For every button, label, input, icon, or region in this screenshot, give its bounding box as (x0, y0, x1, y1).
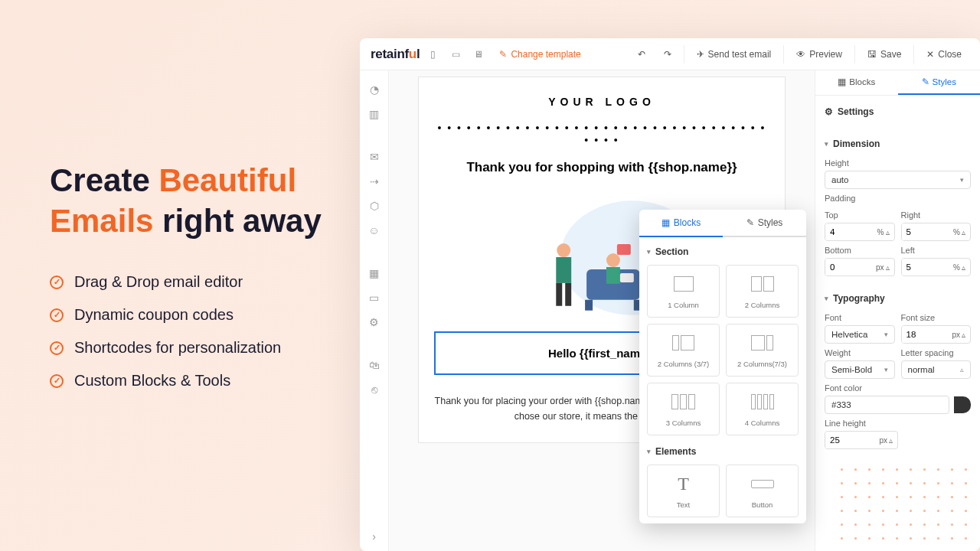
block-3-columns[interactable]: 3 Columns (647, 383, 720, 435)
dimension-header[interactable]: ▾Dimension (825, 134, 971, 154)
preview-button[interactable]: 👁 Preview (789, 44, 850, 64)
email-logo[interactable]: YOUR LOGO (434, 96, 769, 108)
panel-tab-styles[interactable]: ✎ Styles (898, 70, 981, 95)
panel-tab-blocks[interactable]: ▦ Blocks (815, 70, 898, 95)
block-2-columns-37[interactable]: 2 Columns (3/7) (647, 324, 720, 377)
nav-logout-icon[interactable]: ⎋ (364, 380, 384, 399)
weight-select[interactable]: Semi-Bold▾ (825, 360, 895, 379)
block-2-columns[interactable]: 2 Columns (726, 265, 799, 318)
nav-coupon-icon[interactable]: ⬡ (364, 196, 384, 216)
undo-button[interactable]: ↶ (630, 44, 653, 64)
feature-list: Drag & Drop email editor Dynamic coupon … (50, 273, 356, 390)
element-text[interactable]: TText (647, 465, 720, 517)
block-4-columns[interactable]: 4 Columns (726, 383, 799, 435)
fontcolor-input[interactable]: #333 (825, 396, 949, 414)
check-icon (50, 276, 64, 289)
nav-shop-icon[interactable]: 🛍 (364, 355, 384, 375)
block-1-column[interactable]: 1 Column (647, 265, 720, 318)
device-desktop-icon[interactable]: 🖥 (469, 44, 488, 64)
svg-rect-10 (565, 283, 571, 306)
redo-button[interactable]: ↷ (656, 44, 679, 64)
chevron-down-icon: ▾ (647, 248, 651, 256)
padding-bottom-input[interactable]: px▵ (825, 258, 895, 276)
svg-rect-5 (606, 267, 620, 284)
nav-apps-icon[interactable]: ▦ (364, 263, 384, 283)
letterspacing-select[interactable]: normal▵ (901, 360, 972, 379)
chevron-down-icon: ▾ (825, 295, 828, 302)
chevron-down-icon: ▾ (825, 140, 828, 148)
check-icon (50, 308, 64, 322)
elements-group-header[interactable]: ▾Elements (647, 443, 799, 460)
nav-collapse-icon[interactable]: › (364, 527, 384, 546)
svg-rect-9 (556, 283, 562, 306)
lineheight-input[interactable]: px▵ (825, 431, 898, 449)
settings-header[interactable]: ⚙Settings (825, 102, 971, 122)
svg-rect-23 (617, 244, 631, 255)
section-group-header[interactable]: ▾Section (647, 243, 799, 260)
send-test-button[interactable]: ✈ Send test email (689, 44, 779, 64)
nav-card-icon[interactable]: ▭ (364, 288, 384, 308)
nav-settings-icon[interactable]: ⚙ (364, 312, 384, 332)
left-nav: ◔ ▥ ✉ ⇢ ⬡ ☺ ▦ ▭ ⚙ 🛍 ⎋ › (360, 70, 389, 551)
padding-label: Padding (825, 194, 971, 203)
nav-mail-icon[interactable]: ✉ (364, 147, 384, 167)
save-button[interactable]: 🖫 Save (860, 44, 909, 64)
padding-left-input[interactable]: %▵ (901, 258, 972, 276)
change-template-button[interactable]: ✎ Change template (492, 44, 588, 64)
nav-flow-icon[interactable]: ⇢ (364, 171, 384, 191)
block-2-columns-73[interactable]: 2 Columns(7/3) (726, 324, 799, 377)
topbar: retainful ▯ ▭ 🖥 ✎ Change template ↶ ↷ ✈ … (360, 38, 980, 70)
padding-right-input[interactable]: %▵ (901, 223, 972, 241)
svg-point-4 (606, 253, 620, 267)
divider-dots: • • • • • • • • • • • • • • • • • • • • … (434, 122, 769, 146)
svg-rect-2 (585, 300, 593, 311)
email-headline[interactable]: Thank you for shopping with {{shop.name}… (434, 160, 769, 175)
gear-icon: ⚙ (825, 106, 833, 117)
svg-rect-8 (556, 257, 571, 283)
height-label: Height (825, 158, 971, 168)
nav-analytics-icon[interactable]: ▥ (364, 104, 384, 124)
popup-tab-styles[interactable]: ✎ Styles (723, 210, 806, 237)
element-button[interactable]: Button (726, 465, 799, 517)
blocks-popup: ▦ Blocks ✎ Styles ▾Section 1 Column 2 Co… (639, 210, 806, 523)
close-button[interactable]: ✕ Close (919, 44, 969, 64)
nav-customers-icon[interactable]: ☺ (364, 220, 384, 240)
marketing-copy: Create Beautiful Emails right away Drag … (50, 161, 356, 405)
headline: Create Beautiful Emails right away (50, 161, 356, 241)
height-select[interactable]: auto▾ (825, 171, 971, 189)
decorative-dots (841, 468, 971, 543)
color-swatch[interactable] (954, 396, 971, 413)
svg-rect-6 (620, 273, 634, 282)
svg-point-7 (557, 243, 570, 257)
brand-logo: retainful (371, 47, 420, 62)
check-icon (50, 341, 64, 355)
font-select[interactable]: Helvetica▾ (825, 325, 895, 344)
check-icon (50, 374, 64, 388)
typography-header[interactable]: ▾Typography (825, 289, 971, 308)
fontsize-input[interactable]: px▵ (901, 325, 972, 344)
chevron-down-icon: ▾ (647, 448, 651, 455)
padding-top-input[interactable]: %▵ (825, 223, 895, 241)
device-mobile-icon[interactable]: ▯ (423, 44, 443, 64)
nav-dashboard-icon[interactable]: ◔ (364, 80, 384, 99)
device-tablet-icon[interactable]: ▭ (446, 44, 466, 64)
popup-tab-blocks[interactable]: ▦ Blocks (639, 210, 723, 237)
